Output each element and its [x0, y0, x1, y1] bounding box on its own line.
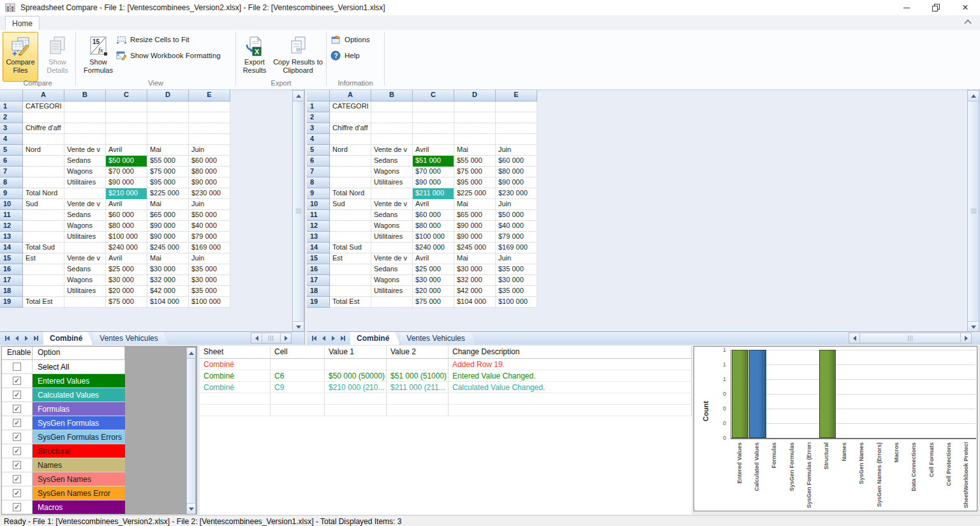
option-enable-cell[interactable]: ✓ [2, 444, 33, 458]
scroll-left-icon[interactable] [849, 333, 860, 343]
scrollbar-thumb[interactable] [262, 333, 280, 343]
cell-C4[interactable] [106, 134, 147, 145]
result-row[interactable]: CombinéAdded Row 19. [200, 359, 692, 370]
cell-A6[interactable] [23, 156, 64, 167]
cell-A1[interactable]: CATEGORI [23, 101, 64, 112]
pane1-horizontal-scrollbar[interactable] [251, 333, 292, 343]
scroll-down-icon[interactable] [293, 321, 304, 332]
cell-E15[interactable]: Juin [189, 253, 230, 264]
results-header-value-2[interactable]: Value 2 [387, 346, 449, 359]
checkbox-checked[interactable]: ✓ [13, 503, 21, 511]
cell-D16[interactable]: $30 000 [454, 264, 496, 275]
cell-A3[interactable]: Chiffre d'aff [23, 123, 64, 134]
cell-C16[interactable]: $25 000 [413, 264, 454, 275]
workbook-formatting-button[interactable]: Show Workbook Formatting [116, 49, 221, 62]
cell-E7[interactable]: $80 000 [189, 167, 230, 177]
cell-C13[interactable]: $100 000 [413, 232, 454, 243]
option-enable-cell[interactable]: ✓ [2, 416, 33, 430]
cell-D19[interactable]: $104 000 [147, 297, 189, 308]
cell-C1[interactable] [106, 101, 147, 112]
first-sheet-icon[interactable] [309, 333, 319, 343]
cell-E5[interactable]: Juin [189, 145, 230, 156]
scroll-down-icon[interactable] [968, 321, 979, 332]
cell-D16[interactable]: $30 000 [147, 264, 189, 275]
cell-C9[interactable]: $211 000 [413, 188, 454, 199]
cell-D4[interactable] [454, 134, 496, 145]
cell-B15[interactable]: Vente de v [371, 253, 413, 264]
cell-C14[interactable]: $240 000 [106, 243, 147, 253]
cell-C3[interactable] [106, 123, 147, 134]
cell-A14[interactable]: Total Sud [330, 243, 371, 253]
scrollbar-thumb[interactable] [293, 101, 304, 321]
scroll-right-icon[interactable] [960, 333, 971, 343]
cell-A5[interactable]: Nord [330, 145, 371, 156]
results-header-sheet[interactable]: Sheet [200, 346, 271, 359]
cell-E3[interactable] [189, 123, 230, 134]
cell-E5[interactable]: Juin [496, 145, 537, 156]
cell-E13[interactable]: $79 000 [496, 232, 537, 243]
cell-A4[interactable] [330, 134, 371, 145]
option-row-sysgen-names-error[interactable]: ✓SysGen Names Error [2, 486, 197, 500]
cell-B2[interactable] [371, 112, 413, 123]
cell-B8[interactable]: Utilitaires [371, 177, 413, 188]
option-row-sysgen-formulas[interactable]: ✓SysGen Formulas [2, 416, 197, 430]
minimize-button[interactable] [892, 0, 921, 15]
cell-B9[interactable] [64, 188, 106, 199]
option-row-calculated-values[interactable]: ✓Calculated Values [2, 388, 197, 402]
cell-C12[interactable]: $80 000 [413, 221, 454, 232]
cell-D8[interactable]: $95 000 [147, 177, 189, 188]
cell-C11[interactable]: $60 000 [106, 210, 147, 221]
cell-C18[interactable]: $20 000 [106, 286, 147, 297]
cell-E4[interactable] [496, 134, 537, 145]
close-button[interactable]: × [951, 0, 980, 15]
cell-A11[interactable] [330, 210, 371, 221]
scrollbar-thumb[interactable] [860, 333, 960, 343]
cell-E1[interactable] [189, 101, 230, 112]
option-row-select-all[interactable]: Select All [2, 360, 197, 374]
cell-D6[interactable]: $55 000 [147, 156, 189, 167]
prev-sheet-icon[interactable] [12, 333, 22, 343]
scroll-up-icon[interactable] [968, 91, 979, 101]
cell-E1[interactable] [496, 101, 537, 112]
cell-B12[interactable]: Wagons [371, 221, 413, 232]
scrollbar-thumb[interactable] [968, 101, 979, 321]
cell-A14[interactable]: Total Sud [23, 243, 64, 253]
pane2-vertical-scrollbar[interactable] [967, 90, 979, 333]
last-sheet-icon[interactable] [338, 333, 348, 343]
cell-D12[interactable]: $90 000 [454, 221, 496, 232]
cell-C11[interactable]: $60 000 [413, 210, 454, 221]
cell-D11[interactable]: $65 000 [147, 210, 189, 221]
cell-A13[interactable] [23, 232, 64, 243]
cell-D17[interactable]: $32 000 [147, 275, 189, 286]
cell-B13[interactable]: Utilitaires [371, 232, 413, 243]
cell-D11[interactable]: $65 000 [454, 210, 496, 221]
scroll-down-icon[interactable] [187, 503, 195, 514]
next-sheet-icon[interactable] [329, 333, 338, 343]
checkbox-checked[interactable]: ✓ [13, 433, 21, 441]
pane1-vertical-scrollbar[interactable] [292, 90, 304, 333]
cell-A7[interactable] [330, 167, 371, 177]
cell-C2[interactable] [413, 112, 454, 123]
sheet-tab-combiné[interactable]: Combiné [43, 332, 93, 345]
cell-B8[interactable]: Utilitaires [64, 177, 106, 188]
cell-A9[interactable]: Total Nord [23, 188, 64, 199]
cell-A8[interactable] [330, 177, 371, 188]
checkbox-checked[interactable]: ✓ [13, 377, 21, 385]
cell-A17[interactable] [330, 275, 371, 286]
cell-D17[interactable]: $32 000 [454, 275, 496, 286]
cell-E8[interactable]: $90 000 [189, 177, 230, 188]
cell-D3[interactable] [147, 123, 189, 134]
cell-A15[interactable]: Est [23, 253, 64, 264]
cell-D19[interactable]: $104 000 [454, 297, 496, 308]
cell-C18[interactable]: $20 000 [413, 286, 454, 297]
cell-D10[interactable]: Mai [454, 199, 496, 210]
option-enable-cell[interactable] [2, 360, 33, 374]
cell-E15[interactable]: Juin [496, 253, 537, 264]
cell-B3[interactable] [371, 123, 413, 134]
cell-A2[interactable] [23, 112, 64, 123]
option-enable-cell[interactable]: ✓ [2, 430, 33, 444]
sheet-tab-ventes-vehicules[interactable]: Ventes Vehicules [400, 332, 475, 345]
checkbox-checked[interactable]: ✓ [13, 391, 21, 399]
cell-E2[interactable] [496, 112, 537, 123]
cell-A6[interactable] [330, 156, 371, 167]
